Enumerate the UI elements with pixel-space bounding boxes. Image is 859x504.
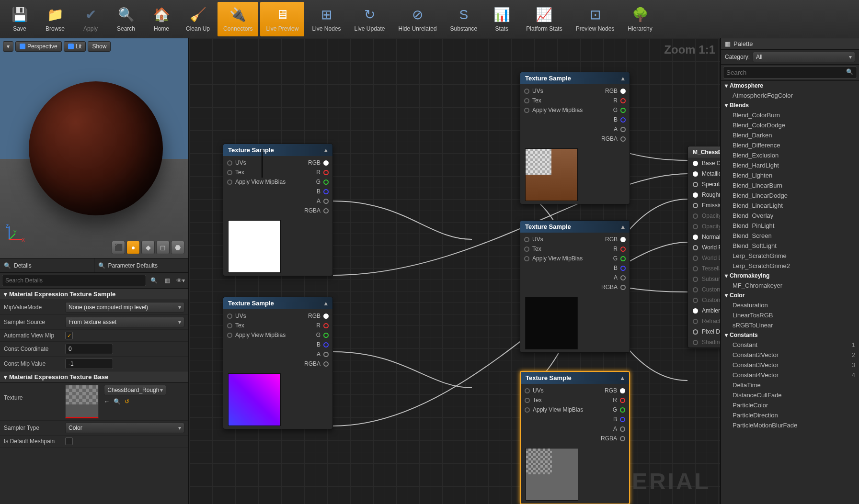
toolbar-preview-nodes-button[interactable]: ⊡Preview Nodes xyxy=(570,2,620,36)
texture-sample-node-4[interactable]: Texture Sample▴ UVsRGBTexRApply View Mip… xyxy=(223,297,333,429)
master-pin-world-position-offset[interactable]: World Position Offset xyxy=(688,242,720,253)
input-pin-apply-view-mipbias[interactable]: Apply View MipBias xyxy=(525,406,583,413)
palette-item-lineartosrgb[interactable]: LinearTosRGB xyxy=(721,310,859,320)
palette-item-distancecullfade[interactable]: DistanceCullFade xyxy=(721,390,859,400)
output-pin-b[interactable]: B xyxy=(613,416,625,423)
palette-item-blend_softlight[interactable]: Blend_SoftLight xyxy=(721,241,859,251)
reset-icon[interactable]: ↺ xyxy=(125,398,129,405)
palette-category-chromakeying[interactable]: ▾Chromakeying xyxy=(721,271,859,280)
preview-viewport[interactable]: ▾ Perspective Lit Show Z Y X ⬛ ● ◆ ◻ ⬣ xyxy=(0,38,188,258)
view-grid-icon[interactable]: ▦ xyxy=(161,275,173,286)
category-dropdown[interactable]: All xyxy=(753,52,855,62)
master-pin-metallic[interactable]: Metallic xyxy=(688,168,720,179)
primitive-sphere-button[interactable]: ● xyxy=(126,241,140,254)
input-pin-uvs[interactable]: UVs xyxy=(524,88,543,94)
viewport-options-dropdown[interactable]: ▾ xyxy=(3,41,13,52)
perspective-button[interactable]: Perspective xyxy=(15,41,62,52)
primitive-cube-button[interactable]: ◻ xyxy=(156,241,170,254)
palette-item-blend_colorburn[interactable]: Blend_ColorBurn xyxy=(721,110,859,120)
toolbar-browse-button[interactable]: 📁Browse xyxy=(38,2,72,36)
toolbar-stats-button[interactable]: 📊Stats xyxy=(485,2,518,36)
output-pin-b[interactable]: B xyxy=(317,341,329,348)
master-pin-refraction[interactable]: Refraction xyxy=(688,316,720,326)
primitive-plane-button[interactable]: ◆ xyxy=(141,241,155,254)
palette-item-blend_lineardodge[interactable]: Blend_LinearDodge xyxy=(721,190,859,201)
palette-item-particlecolor[interactable]: ParticleColor xyxy=(721,400,859,410)
palette-item-blend_pinlight[interactable]: Blend_PinLight xyxy=(721,221,859,231)
toolbar-save-button[interactable]: 💾Save xyxy=(3,2,36,36)
master-pin-pixel-depth-offset[interactable]: Pixel Depth Offset xyxy=(688,326,720,337)
const-mip-input[interactable] xyxy=(65,358,113,369)
output-pin-a[interactable]: A xyxy=(317,198,329,204)
palette-item-lerp_scratchgrime[interactable]: Lerp_ScratchGrime xyxy=(721,251,859,261)
output-pin-g[interactable]: G xyxy=(613,255,626,262)
collapse-icon[interactable]: ▴ xyxy=(324,300,328,307)
view-eye-icon[interactable]: 👁▾ xyxy=(175,275,186,286)
input-pin-uvs[interactable]: UVs xyxy=(227,159,246,166)
texture-sample-node-2[interactable]: Texture Sample▴ UVsRGBTexRApply View Mip… xyxy=(223,144,333,276)
collapse-icon[interactable]: ▴ xyxy=(621,75,625,82)
master-pin-emissive-color[interactable]: Emissive Color xyxy=(688,200,720,211)
output-pin-a[interactable]: A xyxy=(614,274,626,281)
browse-asset-icon[interactable]: 🔍 xyxy=(114,398,121,405)
palette-category-constants[interactable]: ▾Constants xyxy=(721,330,859,340)
palette-list[interactable]: ▾AtmosphereAtmosphericFogColor▾BlendsBle… xyxy=(721,81,859,504)
master-pin-roughness[interactable]: Roughness xyxy=(688,190,720,200)
palette-item-blend_hardlight[interactable]: Blend_HardLight xyxy=(721,160,859,170)
node-header[interactable]: Texture Sample▴ xyxy=(520,221,630,233)
tab-parameter-defaults[interactable]: 🔍Parameter Defaults xyxy=(94,258,189,272)
input-pin-apply-view-mipbias[interactable]: Apply View MipBias xyxy=(524,255,583,262)
texture-sample-node-5-selected[interactable]: Texture Sample▴ UVsRGBTexRApply View Mip… xyxy=(520,371,630,504)
output-pin-rgba[interactable]: RGBA xyxy=(601,435,625,442)
palette-item-blend_difference[interactable]: Blend_Difference xyxy=(721,140,859,150)
texture-sample-node-3[interactable]: Texture Sample▴ UVsRGBTexRApply View Mip… xyxy=(520,220,630,353)
master-pin-normal[interactable]: Normal xyxy=(688,232,720,242)
output-pin-rgba[interactable]: RGBA xyxy=(601,284,626,291)
toolbar-hide-unrelated-button[interactable]: ⊘Hide Unrelated xyxy=(393,2,443,36)
output-pin-rgb[interactable]: RGB xyxy=(605,387,625,394)
palette-item-blend_lighten[interactable]: Blend_Lighten xyxy=(721,170,859,180)
input-pin-apply-view-mipbias[interactable]: Apply View MipBias xyxy=(524,107,583,113)
material-graph[interactable]: Zoom 1:1 MATERIAL Texture Sample▴ UVsRGB… xyxy=(189,38,720,504)
lit-button[interactable]: Lit xyxy=(64,41,86,52)
palette-item-mf_chromakeyer[interactable]: MF_Chromakeyer xyxy=(721,280,859,291)
output-pin-rgba[interactable]: RGBA xyxy=(304,360,329,367)
master-pin-subsurface-color[interactable]: Subsurface Color xyxy=(688,274,720,284)
output-pin-rgb[interactable]: RGB xyxy=(605,88,626,94)
palette-category-color[interactable]: ▾Color xyxy=(721,291,859,300)
master-pin-opacity-mask[interactable]: Opacity Mask xyxy=(688,221,720,232)
output-pin-r[interactable]: R xyxy=(613,246,626,252)
toolbar-substance-button[interactable]: SSubstance xyxy=(445,2,483,36)
palette-item-blend_exclusion[interactable]: Blend_Exclusion xyxy=(721,150,859,160)
sampler-type-dropdown[interactable]: Color xyxy=(65,423,184,433)
palette-item-blend_darken[interactable]: Blend_Darken xyxy=(721,130,859,140)
master-pin-base-color[interactable]: Base Color xyxy=(688,158,720,168)
show-button[interactable]: Show xyxy=(88,41,111,52)
primitive-cylinder-button[interactable]: ⬛ xyxy=(112,241,125,254)
search-details-input[interactable] xyxy=(2,275,146,286)
primitive-teapot-button[interactable]: ⬣ xyxy=(171,241,184,254)
palette-item-constant[interactable]: Constant1 xyxy=(721,340,859,350)
input-pin-tex[interactable]: Tex xyxy=(524,246,541,252)
master-pin-shading-model[interactable]: Shading Model xyxy=(688,337,720,347)
section-tex-sample[interactable]: ▾Material Expression Texture Sample xyxy=(0,289,188,300)
master-pin-ambient-occlusion[interactable]: Ambient Occlusion xyxy=(688,305,720,316)
section-tex-base[interactable]: ▾Material Expression Texture Base xyxy=(0,371,188,383)
master-pin-world-displacement[interactable]: World Displacement xyxy=(688,253,720,263)
palette-item-blend_colordodge[interactable]: Blend_ColorDodge xyxy=(721,120,859,130)
toolbar-live-update-button[interactable]: ↻Live Update xyxy=(348,2,390,36)
texture-sample-node-1[interactable]: Texture Sample▴ UVsRGBTexRApply View Mip… xyxy=(520,72,630,204)
material-master-node[interactable]: M_ChessBoard Base ColorMetallicSpecularR… xyxy=(687,146,720,348)
output-pin-rgb[interactable]: RGB xyxy=(308,159,329,166)
input-pin-tex[interactable]: Tex xyxy=(227,322,244,329)
search-icon[interactable]: 🔍 xyxy=(148,275,160,286)
palette-item-blend_overlay[interactable]: Blend_Overlay xyxy=(721,211,859,221)
use-selected-icon[interactable]: ← xyxy=(104,398,110,405)
palette-item-particledirection[interactable]: ParticleDirection xyxy=(721,410,859,420)
master-pin-opacity[interactable]: Opacity xyxy=(688,211,720,221)
palette-item-blend_screen[interactable]: Blend_Screen xyxy=(721,231,859,241)
output-pin-g[interactable]: G xyxy=(316,332,329,338)
texture-asset-dropdown[interactable]: ChessBoard_Rough xyxy=(104,385,166,395)
palette-item-blend_linearburn[interactable]: Blend_LinearBurn xyxy=(721,180,859,190)
node-header[interactable]: Texture Sample▴ xyxy=(520,72,630,84)
